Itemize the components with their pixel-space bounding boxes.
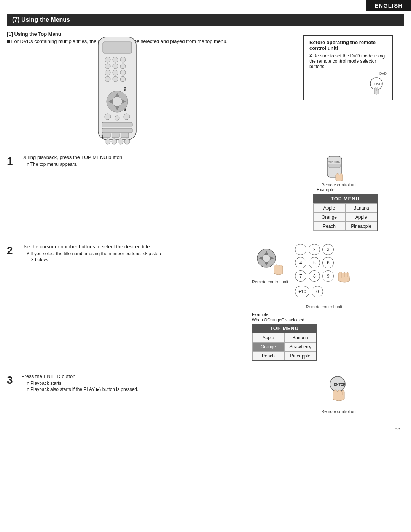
svg-rect-25 (102, 122, 132, 127)
svg-point-22 (105, 114, 111, 120)
list-item: Strawberry (284, 342, 316, 351)
list-item: 1 (295, 244, 306, 255)
step2-hand-illustration (338, 270, 353, 284)
list-item: Banana (345, 203, 377, 213)
svg-point-31 (105, 139, 110, 144)
svg-point-2 (105, 57, 110, 62)
step2-sub2: 3 below. (31, 257, 244, 262)
step3-enter-illustration: ENTER (322, 373, 357, 408)
list-item: +10 (295, 286, 309, 297)
svg-rect-29 (112, 133, 119, 138)
english-banner: ENGLISH (366, 0, 411, 11)
svg-point-42 (263, 254, 270, 262)
svg-rect-26 (102, 128, 132, 133)
svg-point-32 (112, 139, 117, 144)
svg-rect-30 (121, 133, 129, 138)
step2-number: 2 (7, 245, 21, 257)
step3-sub1: ¥ Playback starts. (27, 381, 267, 386)
list-item: 9 (322, 270, 334, 282)
list-item: Orange (313, 213, 345, 222)
page-number: 65 (0, 421, 411, 435)
dvd-button-illustration: DVD (366, 75, 387, 96)
step2-remote-label2: Remote control unit (306, 305, 342, 309)
svg-point-7 (120, 64, 126, 69)
svg-point-10 (120, 70, 126, 75)
list-item: Pineapple (284, 351, 316, 360)
list-item: Pineapple (345, 222, 377, 231)
section-header: (7) Using the Menus (7, 14, 404, 26)
step1-top-menu-box: TOP MENU Apple Banana Orange Apple Peach… (313, 194, 378, 231)
list-item: 4 (295, 257, 306, 268)
svg-point-12 (113, 76, 118, 82)
step3-sub2: ¥ Playback also starts if the PLAY ▶) bu… (27, 387, 267, 392)
list-item: 5 (309, 257, 320, 268)
step1-sub: ¥ The top menu appears. (27, 162, 267, 167)
numpad-area: 1 2 3 4 5 6 7 8 (295, 244, 353, 299)
svg-text:2: 2 (124, 86, 126, 92)
svg-point-8 (105, 70, 110, 75)
list-item: 6 (322, 257, 334, 268)
list-item: 7 (295, 270, 306, 282)
svg-rect-28 (103, 133, 110, 138)
list-item: Apple (345, 213, 377, 222)
svg-rect-40 (329, 164, 340, 168)
svg-point-33 (118, 139, 123, 144)
svg-point-23 (115, 116, 119, 120)
step1-remote-label: Remote control unit (321, 183, 357, 187)
svg-rect-1 (103, 42, 132, 53)
before-box-text: ¥ Be sure to set the DVD mode using the … (309, 53, 387, 69)
svg-text:3: 3 (124, 106, 126, 112)
step2-main-text: Use the cursor or number buttons to sele… (21, 244, 244, 249)
list-item: 0 (312, 286, 323, 297)
svg-point-24 (124, 114, 130, 120)
step2-top-menu-box: TOP MENU Apple Banana Orange Strawberry … (252, 324, 317, 361)
step2-example-label: Example: (252, 312, 317, 317)
step1-remote-illustration: TOP MENU (324, 154, 355, 181)
svg-point-5 (105, 64, 110, 69)
before-operating-box: Before operating the remote control unit… (303, 35, 393, 100)
step1-main-text: During playback, press the TOP MENU butt… (21, 154, 267, 160)
svg-point-4 (120, 57, 126, 62)
list-item: Peach (252, 351, 284, 360)
step2-top-menu-header: TOP MENU (252, 324, 316, 333)
step2-menu-grid: Apple Banana Orange Strawberry Peach Pin… (252, 333, 316, 360)
step2-cursor-illustration (253, 244, 287, 278)
step2-when-text: When ŌOrangeŌis selected (252, 318, 317, 322)
step1-example-label: Example: (317, 187, 378, 192)
list-item: Apple (252, 333, 284, 342)
list-item: Peach (313, 222, 345, 231)
list-item: Banana (284, 333, 316, 342)
step1-top-menu-header: TOP MENU (313, 194, 377, 203)
svg-point-3 (113, 57, 118, 62)
svg-point-34 (124, 139, 130, 144)
step3-section: 3 Press the ENTER button. ¥ Playback sta… (7, 368, 404, 421)
dvd-label: DVD (379, 71, 387, 75)
step1-section: 1 During playback, press the TOP MENU bu… (7, 149, 404, 238)
svg-point-13 (120, 76, 126, 82)
step1-menu-grid: Apple Banana Orange Apple Peach Pineappl… (313, 203, 377, 231)
list-item: Apple (313, 203, 345, 213)
list-item: 8 (309, 270, 320, 282)
list-item: Orange (252, 342, 284, 351)
step3-remote-label: Remote control unit (321, 409, 357, 414)
list-item: 3 (322, 244, 334, 255)
step2-remote-label: Remote control unit (252, 279, 288, 284)
svg-text:DVD: DVD (374, 82, 382, 86)
step2-sub1: ¥ If you select the title number using t… (27, 251, 244, 256)
svg-point-11 (105, 76, 110, 82)
step3-number: 3 (7, 374, 21, 386)
svg-point-16 (112, 97, 122, 106)
before-box-title: Before operating the remote control unit… (309, 40, 387, 51)
svg-text:TOP MENU: TOP MENU (328, 161, 340, 163)
step1-number: 1 (7, 155, 21, 167)
step2-section: 2 Use the cursor or number buttons to se… (7, 238, 404, 368)
svg-point-9 (113, 70, 118, 75)
list-item: 2 (309, 244, 320, 255)
step3-main-text: Press the ENTER button. (21, 373, 267, 379)
svg-point-6 (113, 64, 118, 69)
remote-illustration: 2 3 1 (87, 35, 148, 149)
svg-text:ENTER: ENTER (334, 383, 346, 386)
